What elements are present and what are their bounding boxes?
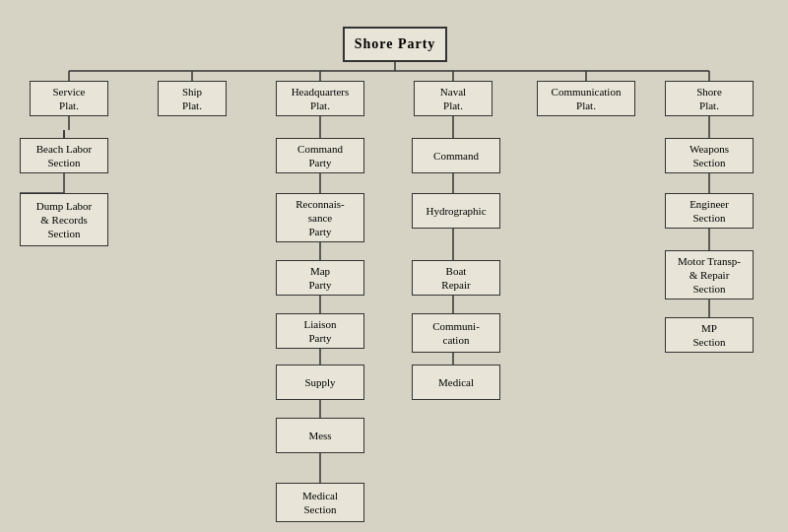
map-node: Map Party [276,260,364,296]
comm-plat-node: Communication Plat. [537,81,635,116]
liaison-node: Liaison Party [276,313,364,349]
shore-plat-node: Shore Plat. [665,81,754,116]
org-chart: Shore Party Service Plat. Ship Plat. Hea… [0,0,788,532]
hydro-node: Hydrographic [412,193,500,229]
weapons-node: Weapons Section [665,138,754,173]
naval-cmd-node: Command [412,138,500,173]
medical-node: Medical [412,365,500,400]
medical-section-node: Medical Section [276,483,364,522]
boat-node: Boat Repair [412,260,500,296]
ship-plat-node: Ship Plat. [158,81,227,116]
service-plat-node: Service Plat. [30,81,108,116]
motor-node: Motor Transp- & Repair Section [665,250,754,299]
mess-node: Mess [276,418,364,453]
root-node: Shore Party [343,27,447,62]
naval-plat-node: Naval Plat. [414,81,492,116]
beach-labor-node: Beach Labor Section [20,138,108,173]
dump-labor-node: Dump Labor & Records Section [20,193,108,246]
communication-node: Communi- cation [412,313,500,353]
supply-node: Supply [276,365,364,400]
mp-node: MP Section [665,317,754,353]
engineer-node: Engineer Section [665,193,754,229]
hq-plat-node: Headquarters Plat. [276,81,364,116]
recon-node: Reconnais- sance Party [276,193,364,242]
cmd-party-node: Command Party [276,138,364,173]
